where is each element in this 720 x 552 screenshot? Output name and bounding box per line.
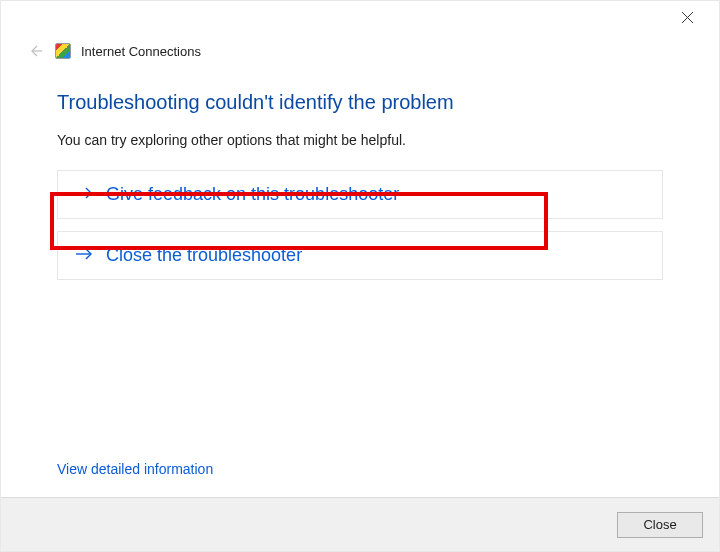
option-give-feedback[interactable]: Give feedback on this troubleshooter — [57, 170, 663, 219]
option-close-troubleshooter[interactable]: Close the troubleshooter — [57, 231, 663, 280]
close-icon — [682, 12, 693, 23]
arrow-right-icon — [74, 244, 94, 267]
back-arrow-icon — [27, 43, 43, 59]
close-button[interactable]: Close — [617, 512, 703, 538]
header-title: Internet Connections — [81, 44, 201, 59]
header-row: Internet Connections — [1, 33, 719, 61]
window-close-button[interactable] — [667, 2, 707, 32]
titlebar — [1, 1, 719, 33]
option-label: Close the troubleshooter — [106, 245, 302, 266]
page-subtext: You can try exploring other options that… — [57, 132, 663, 148]
view-detailed-information-link[interactable]: View detailed information — [57, 461, 663, 477]
back-button[interactable] — [25, 41, 45, 61]
page-heading: Troubleshooting couldn't identify the pr… — [57, 91, 663, 114]
arrow-right-icon — [74, 183, 94, 206]
option-label: Give feedback on this troubleshooter — [106, 184, 399, 205]
content-area: Troubleshooting couldn't identify the pr… — [1, 61, 719, 497]
troubleshooter-window: Internet Connections Troubleshooting cou… — [0, 0, 720, 552]
troubleshooter-icon — [55, 43, 71, 59]
footer-bar: Close — [1, 497, 719, 551]
